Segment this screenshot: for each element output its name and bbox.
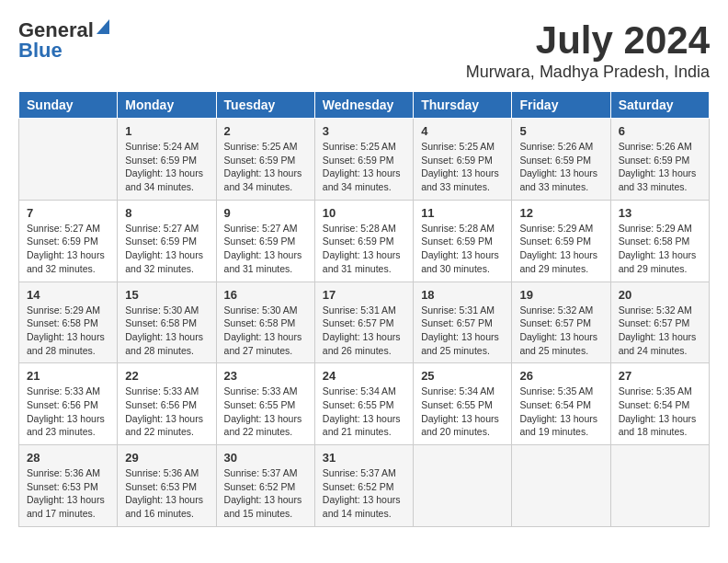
day-number: 30 (224, 451, 307, 465)
day-number: 12 (519, 206, 602, 220)
calendar-cell: 11Sunrise: 5:28 AM Sunset: 6:59 PM Dayli… (414, 200, 512, 282)
day-content: Sunrise: 5:31 AM Sunset: 6:57 PM Dayligh… (323, 304, 405, 358)
day-content: Sunrise: 5:32 AM Sunset: 6:57 PM Dayligh… (519, 304, 602, 358)
title-section: July 2024 Murwara, Madhya Pradesh, India (466, 18, 710, 82)
day-number: 18 (421, 288, 504, 302)
calendar-cell: 5Sunrise: 5:26 AM Sunset: 6:59 PM Daylig… (512, 119, 610, 201)
calendar-week-3: 14Sunrise: 5:29 AM Sunset: 6:58 PM Dayli… (19, 282, 710, 363)
calendar-cell: 17Sunrise: 5:31 AM Sunset: 6:57 PM Dayli… (314, 282, 413, 363)
svg-marker-0 (97, 19, 109, 34)
calendar-cell: 16Sunrise: 5:30 AM Sunset: 6:58 PM Dayli… (216, 282, 314, 363)
day-number: 13 (619, 206, 701, 220)
calendar-cell: 1Sunrise: 5:24 AM Sunset: 6:59 PM Daylig… (118, 119, 216, 201)
month-year-title: July 2024 (466, 18, 710, 63)
calendar-cell: 18Sunrise: 5:31 AM Sunset: 6:57 PM Dayli… (414, 282, 512, 363)
calendar-cell (512, 445, 610, 527)
day-content: Sunrise: 5:34 AM Sunset: 6:55 PM Dayligh… (421, 385, 504, 439)
day-content: Sunrise: 5:27 AM Sunset: 6:59 PM Dayligh… (224, 222, 307, 276)
column-header-sunday: Sunday (19, 92, 118, 119)
day-content: Sunrise: 5:29 AM Sunset: 6:58 PM Dayligh… (27, 304, 109, 358)
day-content: Sunrise: 5:29 AM Sunset: 6:58 PM Dayligh… (619, 222, 701, 276)
calendar-cell (19, 119, 118, 201)
column-header-wednesday: Wednesday (314, 92, 413, 119)
logo: General Blue (18, 18, 109, 63)
calendar-cell: 15Sunrise: 5:30 AM Sunset: 6:58 PM Dayli… (118, 282, 216, 363)
day-number: 3 (323, 124, 405, 138)
calendar-cell: 8Sunrise: 5:27 AM Sunset: 6:59 PM Daylig… (118, 200, 216, 282)
day-content: Sunrise: 5:27 AM Sunset: 6:59 PM Dayligh… (125, 222, 208, 276)
calendar-cell: 31Sunrise: 5:37 AM Sunset: 6:52 PM Dayli… (314, 445, 413, 527)
calendar-cell: 3Sunrise: 5:25 AM Sunset: 6:59 PM Daylig… (314, 119, 413, 201)
calendar-cell: 19Sunrise: 5:32 AM Sunset: 6:57 PM Dayli… (512, 282, 610, 363)
calendar-table: SundayMondayTuesdayWednesdayThursdayFrid… (18, 91, 710, 527)
calendar-header-row: SundayMondayTuesdayWednesdayThursdayFrid… (19, 92, 710, 119)
day-content: Sunrise: 5:27 AM Sunset: 6:59 PM Dayligh… (27, 222, 109, 276)
day-number: 28 (27, 451, 109, 465)
day-number: 31 (323, 451, 405, 465)
day-content: Sunrise: 5:33 AM Sunset: 6:55 PM Dayligh… (224, 385, 307, 439)
calendar-cell: 30Sunrise: 5:37 AM Sunset: 6:52 PM Dayli… (216, 445, 314, 527)
calendar-cell: 22Sunrise: 5:33 AM Sunset: 6:56 PM Dayli… (118, 363, 216, 445)
day-number: 7 (27, 206, 109, 220)
calendar-cell: 2Sunrise: 5:25 AM Sunset: 6:59 PM Daylig… (216, 119, 314, 201)
day-content: Sunrise: 5:37 AM Sunset: 6:52 PM Dayligh… (224, 466, 307, 521)
calendar-week-1: 1Sunrise: 5:24 AM Sunset: 6:59 PM Daylig… (19, 119, 710, 201)
calendar-cell: 23Sunrise: 5:33 AM Sunset: 6:55 PM Dayli… (216, 363, 314, 445)
calendar-cell: 20Sunrise: 5:32 AM Sunset: 6:57 PM Dayli… (610, 282, 709, 363)
day-number: 11 (421, 206, 504, 220)
day-content: Sunrise: 5:30 AM Sunset: 6:58 PM Dayligh… (125, 304, 208, 358)
calendar-cell: 21Sunrise: 5:33 AM Sunset: 6:56 PM Dayli… (19, 363, 118, 445)
calendar-cell: 27Sunrise: 5:35 AM Sunset: 6:54 PM Dayli… (610, 363, 709, 445)
day-number: 16 (224, 288, 307, 302)
day-content: Sunrise: 5:30 AM Sunset: 6:58 PM Dayligh… (224, 304, 307, 358)
header: General Blue July 2024 Murwara, Madhya P… (18, 18, 710, 82)
calendar-cell: 29Sunrise: 5:36 AM Sunset: 6:53 PM Dayli… (118, 445, 216, 527)
day-content: Sunrise: 5:35 AM Sunset: 6:54 PM Dayligh… (519, 385, 602, 439)
day-content: Sunrise: 5:25 AM Sunset: 6:59 PM Dayligh… (323, 140, 405, 194)
calendar-cell: 28Sunrise: 5:36 AM Sunset: 6:53 PM Dayli… (19, 445, 118, 527)
day-content: Sunrise: 5:26 AM Sunset: 6:59 PM Dayligh… (519, 140, 602, 194)
calendar-cell: 13Sunrise: 5:29 AM Sunset: 6:58 PM Dayli… (610, 200, 709, 282)
day-number: 20 (619, 288, 701, 302)
calendar-cell: 12Sunrise: 5:29 AM Sunset: 6:59 PM Dayli… (512, 200, 610, 282)
calendar-cell: 25Sunrise: 5:34 AM Sunset: 6:55 PM Dayli… (414, 363, 512, 445)
calendar-cell: 7Sunrise: 5:27 AM Sunset: 6:59 PM Daylig… (19, 200, 118, 282)
day-content: Sunrise: 5:25 AM Sunset: 6:59 PM Dayligh… (421, 140, 504, 194)
column-header-saturday: Saturday (610, 92, 709, 119)
day-number: 5 (519, 124, 602, 138)
calendar-week-5: 28Sunrise: 5:36 AM Sunset: 6:53 PM Dayli… (19, 445, 710, 527)
column-header-thursday: Thursday (414, 92, 512, 119)
calendar-cell: 26Sunrise: 5:35 AM Sunset: 6:54 PM Dayli… (512, 363, 610, 445)
day-number: 27 (619, 369, 701, 383)
day-number: 4 (421, 124, 504, 138)
day-content: Sunrise: 5:36 AM Sunset: 6:53 PM Dayligh… (125, 466, 208, 521)
logo-blue: Blue (18, 39, 63, 63)
day-content: Sunrise: 5:37 AM Sunset: 6:52 PM Dayligh… (323, 466, 405, 521)
day-number: 19 (519, 288, 602, 302)
logo-triangle (97, 19, 109, 38)
day-number: 8 (125, 206, 208, 220)
day-number: 24 (323, 369, 405, 383)
day-content: Sunrise: 5:34 AM Sunset: 6:55 PM Dayligh… (323, 385, 405, 439)
day-content: Sunrise: 5:28 AM Sunset: 6:59 PM Dayligh… (323, 222, 405, 276)
day-number: 17 (323, 288, 405, 302)
day-number: 10 (323, 206, 405, 220)
day-content: Sunrise: 5:35 AM Sunset: 6:54 PM Dayligh… (619, 385, 701, 439)
calendar-cell (610, 445, 709, 527)
column-header-friday: Friday (512, 92, 610, 119)
day-content: Sunrise: 5:36 AM Sunset: 6:53 PM Dayligh… (27, 466, 109, 521)
calendar-body: 1Sunrise: 5:24 AM Sunset: 6:59 PM Daylig… (19, 119, 710, 527)
day-number: 23 (224, 369, 307, 383)
location-title: Murwara, Madhya Pradesh, India (466, 63, 710, 82)
day-content: Sunrise: 5:33 AM Sunset: 6:56 PM Dayligh… (125, 385, 208, 439)
calendar-cell: 24Sunrise: 5:34 AM Sunset: 6:55 PM Dayli… (314, 363, 413, 445)
day-number: 6 (619, 124, 701, 138)
column-header-monday: Monday (118, 92, 216, 119)
calendar-week-4: 21Sunrise: 5:33 AM Sunset: 6:56 PM Dayli… (19, 363, 710, 445)
calendar-cell: 9Sunrise: 5:27 AM Sunset: 6:59 PM Daylig… (216, 200, 314, 282)
day-content: Sunrise: 5:28 AM Sunset: 6:59 PM Dayligh… (421, 222, 504, 276)
day-number: 22 (125, 369, 208, 383)
calendar-cell: 10Sunrise: 5:28 AM Sunset: 6:59 PM Dayli… (314, 200, 413, 282)
calendar-cell: 6Sunrise: 5:26 AM Sunset: 6:59 PM Daylig… (610, 119, 709, 201)
column-header-tuesday: Tuesday (216, 92, 314, 119)
